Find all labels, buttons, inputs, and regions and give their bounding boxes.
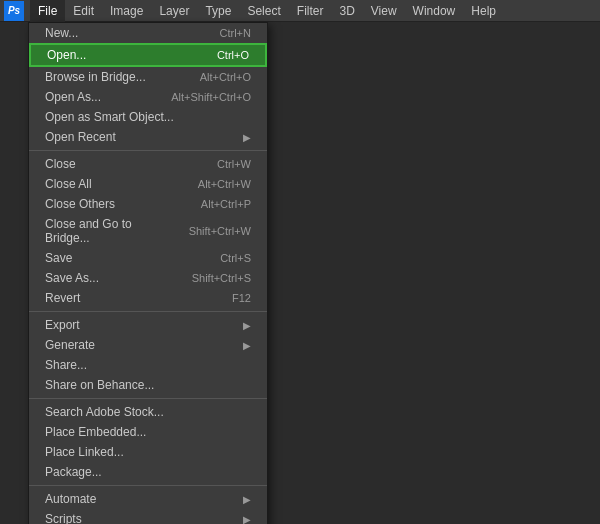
menu-item-share-behance-label: Share on Behance...: [45, 378, 154, 392]
open-recent-arrow-icon: ▶: [243, 132, 251, 143]
menu-item-export-label: Export: [45, 318, 80, 332]
menu-item-open-recent-label: Open Recent: [45, 130, 116, 144]
menu-item-open[interactable]: Open... Ctrl+O: [29, 43, 267, 67]
menu-item-automate-label: Automate: [45, 492, 96, 506]
menu-item-browse-bridge-shortcut: Alt+Ctrl+O: [200, 71, 251, 83]
menu-item-browse-bridge-label: Browse in Bridge...: [45, 70, 146, 84]
menu-window[interactable]: Window: [405, 0, 464, 22]
menu-item-close-label: Close: [45, 157, 76, 171]
menu-type[interactable]: Type: [197, 0, 239, 22]
menu-item-close-all[interactable]: Close All Alt+Ctrl+W: [29, 174, 267, 194]
menu-item-close-shortcut: Ctrl+W: [217, 158, 251, 170]
menu-help[interactable]: Help: [463, 0, 504, 22]
separator-2: [29, 311, 267, 312]
menu-item-close-all-label: Close All: [45, 177, 92, 191]
menu-item-new-label: New...: [45, 26, 78, 40]
menu-item-save-shortcut: Ctrl+S: [220, 252, 251, 264]
menu-item-save-as-shortcut: Shift+Ctrl+S: [192, 272, 251, 284]
separator-4: [29, 485, 267, 486]
menu-item-share-label: Share...: [45, 358, 87, 372]
menu-edit[interactable]: Edit: [65, 0, 102, 22]
menu-filter[interactable]: Filter: [289, 0, 332, 22]
menu-item-open-smart-object-label: Open as Smart Object...: [45, 110, 174, 124]
menu-item-share-behance[interactable]: Share on Behance...: [29, 375, 267, 395]
menu-item-place-embedded[interactable]: Place Embedded...: [29, 422, 267, 442]
menu-item-scripts-label: Scripts: [45, 512, 82, 524]
menu-item-close-others-label: Close Others: [45, 197, 115, 211]
menu-item-place-linked-label: Place Linked...: [45, 445, 124, 459]
menu-item-generate-label: Generate: [45, 338, 95, 352]
menu-item-open-recent[interactable]: Open Recent ▶: [29, 127, 267, 147]
menu-item-scripts[interactable]: Scripts ▶: [29, 509, 267, 524]
menu-item-share[interactable]: Share...: [29, 355, 267, 375]
menu-item-generate[interactable]: Generate ▶: [29, 335, 267, 355]
menu-item-search-stock[interactable]: Search Adobe Stock...: [29, 402, 267, 422]
menu-item-save-label: Save: [45, 251, 72, 265]
menu-item-open-label: Open...: [47, 48, 86, 62]
menu-item-package-label: Package...: [45, 465, 102, 479]
scripts-arrow-icon: ▶: [243, 514, 251, 525]
menu-item-place-embedded-label: Place Embedded...: [45, 425, 146, 439]
menu-item-new[interactable]: New... Ctrl+N: [29, 23, 267, 43]
menu-3d[interactable]: 3D: [331, 0, 362, 22]
menu-item-search-stock-label: Search Adobe Stock...: [45, 405, 164, 419]
menu-item-save-as-label: Save As...: [45, 271, 99, 285]
automate-arrow-icon: ▶: [243, 494, 251, 505]
menu-item-close[interactable]: Close Ctrl+W: [29, 154, 267, 174]
menu-item-open-as-label: Open As...: [45, 90, 101, 104]
menu-item-package[interactable]: Package...: [29, 462, 267, 482]
menu-item-close-go-bridge-label: Close and Go to Bridge...: [45, 217, 169, 245]
app-logo: Ps: [4, 1, 24, 21]
menu-bar: Ps File Edit Image Layer Type Select Fil…: [0, 0, 600, 22]
menu-item-save[interactable]: Save Ctrl+S: [29, 248, 267, 268]
menu-item-revert-shortcut: F12: [232, 292, 251, 304]
menu-file[interactable]: File: [30, 0, 65, 22]
menu-item-automate[interactable]: Automate ▶: [29, 489, 267, 509]
menu-layer[interactable]: Layer: [151, 0, 197, 22]
separator-3: [29, 398, 267, 399]
menu-view[interactable]: View: [363, 0, 405, 22]
menu-item-open-smart-object[interactable]: Open as Smart Object...: [29, 107, 267, 127]
menu-item-close-others-shortcut: Alt+Ctrl+P: [201, 198, 251, 210]
menu-item-place-linked[interactable]: Place Linked...: [29, 442, 267, 462]
menu-select[interactable]: Select: [239, 0, 288, 22]
menu-item-revert[interactable]: Revert F12: [29, 288, 267, 308]
menu-item-save-as[interactable]: Save As... Shift+Ctrl+S: [29, 268, 267, 288]
generate-arrow-icon: ▶: [243, 340, 251, 351]
menu-item-open-as-shortcut: Alt+Shift+Ctrl+O: [171, 91, 251, 103]
menu-item-open-as[interactable]: Open As... Alt+Shift+Ctrl+O: [29, 87, 267, 107]
menu-item-browse-bridge[interactable]: Browse in Bridge... Alt+Ctrl+O: [29, 67, 267, 87]
menu-image[interactable]: Image: [102, 0, 151, 22]
menu-item-close-all-shortcut: Alt+Ctrl+W: [198, 178, 251, 190]
menu-item-export[interactable]: Export ▶: [29, 315, 267, 335]
menu-item-close-go-bridge-shortcut: Shift+Ctrl+W: [189, 225, 251, 237]
menu-item-close-others[interactable]: Close Others Alt+Ctrl+P: [29, 194, 267, 214]
menu-item-close-go-bridge[interactable]: Close and Go to Bridge... Shift+Ctrl+W: [29, 214, 267, 248]
separator-1: [29, 150, 267, 151]
export-arrow-icon: ▶: [243, 320, 251, 331]
menu-item-new-shortcut: Ctrl+N: [220, 27, 251, 39]
menu-item-open-shortcut: Ctrl+O: [217, 49, 249, 61]
file-dropdown-menu: New... Ctrl+N Open... Ctrl+O Browse in B…: [28, 22, 268, 524]
menu-item-revert-label: Revert: [45, 291, 80, 305]
